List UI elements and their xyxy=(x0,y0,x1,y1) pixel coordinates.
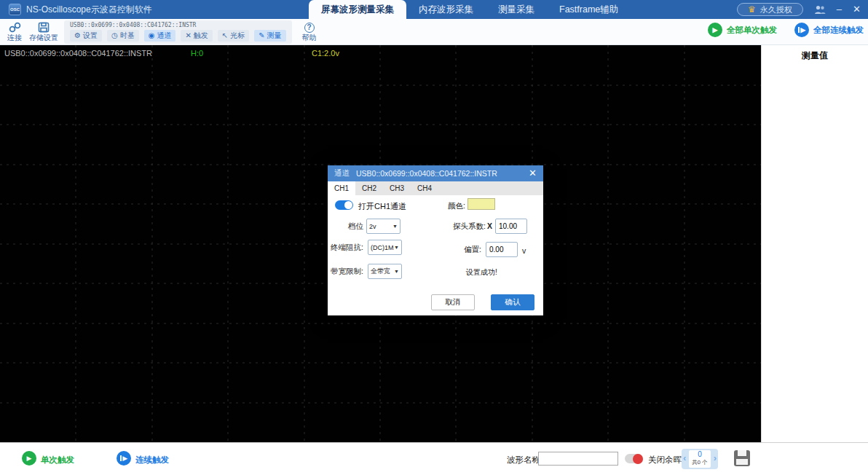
trigger-button[interactable]: ✕ 触发 xyxy=(181,30,212,42)
chevron-down-icon: ▼ xyxy=(394,269,399,274)
persistence-toggle[interactable] xyxy=(625,454,643,463)
probe-label: 探头系数: xyxy=(453,221,486,232)
probe-mult-label: X xyxy=(487,221,492,230)
channel-button[interactable]: ◉ 通道 xyxy=(144,30,176,42)
tab-screen-waveform-capture[interactable]: 屏幕波形测量采集 xyxy=(309,0,406,19)
scope-channel1-readout: C1:2.0v xyxy=(312,49,339,58)
app-logo-icon: OSC xyxy=(9,4,21,15)
chevron-down-icon: ▼ xyxy=(394,245,399,250)
all-single-trigger-button[interactable]: ▶ 全部单次触发 xyxy=(708,23,777,37)
connect-button[interactable]: 连接 xyxy=(7,21,22,42)
tab-ch1[interactable]: CH1 xyxy=(328,181,355,195)
tab-measure-capture[interactable]: 测量采集 xyxy=(486,0,547,19)
scale-dropdown[interactable]: 2v ▼ xyxy=(366,219,401,234)
confirm-button[interactable]: 确认 xyxy=(491,294,534,310)
trigger-label: 触发 xyxy=(194,31,208,41)
settings-button[interactable]: ⚙ 设置 xyxy=(70,30,102,42)
license-label: 永久授权 xyxy=(760,4,792,15)
global-trigger-actions: ▶ 全部单次触发 ▶ 全部连续触发 xyxy=(708,23,864,37)
measure-label: 测量 xyxy=(267,31,282,41)
cancel-button[interactable]: 取消 xyxy=(431,294,475,310)
measure-button[interactable]: ✎ 测量 xyxy=(254,30,285,42)
bottombar: ▶ 单次触发 ▶ 连续触发 波形名称 关闭余晖 ‹ 0 共0 个 › xyxy=(0,442,868,475)
tool-chip-row: ⚙ 设置 ◷ 时基 ◉ 通道 ✕ 触发 ↖ 光标 ✎ 测量 xyxy=(70,30,286,42)
license-button[interactable]: ♛ 永久授权 xyxy=(737,3,803,16)
help-label: 帮助 xyxy=(302,34,317,42)
offset-input[interactable] xyxy=(486,242,518,257)
clock-icon: ◷ xyxy=(111,32,118,39)
all-single-trigger-label: 全部单次触发 xyxy=(727,25,777,36)
trigger-icon: ✕ xyxy=(185,32,191,39)
all-continuous-trigger-label: 全部连续触发 xyxy=(813,25,864,36)
cursor-icon: ↖ xyxy=(222,32,228,39)
single-trigger-button[interactable]: 单次触发 xyxy=(41,455,74,466)
waveform-name-label: 波形名称 xyxy=(507,455,540,466)
dialog-body: 打开CH1通道 颜色: 档位 2v ▼ 探头系数: X 终端阻抗: (DC)1M… xyxy=(328,195,543,315)
continuous-trigger-icon[interactable]: ▶ xyxy=(117,451,131,466)
ch1-enable-label: 打开CH1通道 xyxy=(358,201,406,212)
users-icon[interactable] xyxy=(814,5,826,15)
offset-unit: v xyxy=(522,246,526,255)
save-waveform-icon[interactable] xyxy=(734,450,750,466)
chevron-down-icon: ▼ xyxy=(392,224,398,229)
color-label: 颜色: xyxy=(448,201,465,211)
scale-label: 档位 xyxy=(348,221,363,232)
gear-icon: ⚙ xyxy=(74,32,81,39)
single-trigger-icon[interactable]: ▶ xyxy=(22,451,36,466)
tab-fastframe-assist[interactable]: Fastframe辅助 xyxy=(547,0,631,19)
question-icon: ? xyxy=(304,23,315,33)
tab-memory-waveform-capture[interactable]: 内存波形采集 xyxy=(406,0,486,19)
impedance-dropdown[interactable]: (DC)1MΩ ▼ xyxy=(368,240,402,255)
status-message: 设置成功! xyxy=(466,267,497,278)
device-tool-group: USB0::0x0699::0x0408::C041762::INSTR ⚙ 设… xyxy=(64,20,292,44)
link-icon xyxy=(9,21,21,34)
pager-count: 0 xyxy=(689,450,711,459)
scope-device-address: USB0::0x0699::0x0408::C041762::INSTR xyxy=(4,49,152,58)
connect-label: 连接 xyxy=(7,34,22,42)
channel-dialog: 通道 USB0::0x0699::0x0408::C041762::INSTR … xyxy=(328,165,543,315)
pager-total: 共0 个 xyxy=(689,459,711,466)
ch1-enable-toggle-knob xyxy=(344,201,352,209)
all-continuous-trigger-button[interactable]: ▶ 全部连续触发 xyxy=(794,23,864,37)
app-title: NS-Oscilloscope示波器控制软件 xyxy=(26,0,152,19)
scope-horizontal-readout: H:0 xyxy=(191,49,203,58)
dialog-close-icon[interactable]: ✕ xyxy=(529,165,537,181)
dialog-title: 通道 xyxy=(334,168,350,178)
persistence-label: 关闭余晖 xyxy=(648,455,682,466)
ch1-enable-toggle[interactable] xyxy=(335,200,353,210)
waveform-name-input[interactable] xyxy=(538,452,618,466)
pager-prev-icon[interactable]: ‹ xyxy=(683,453,686,463)
minimize-button[interactable]: – xyxy=(837,0,842,19)
titlebar: OSC NS-Oscilloscope示波器控制软件 屏幕波形测量采集 内存波形… xyxy=(0,0,868,19)
probe-factor-input[interactable] xyxy=(495,219,527,234)
storage-settings-label: 存储设置 xyxy=(29,34,58,42)
nav-tabs: 屏幕波形测量采集 内存波形采集 测量采集 Fastframe辅助 xyxy=(309,0,631,19)
channel-icon: ◉ xyxy=(149,32,155,39)
impedance-label: 终端阻抗: xyxy=(331,243,363,253)
tab-ch4[interactable]: CH4 xyxy=(411,181,438,195)
timebase-label: 时基 xyxy=(120,31,135,41)
bandwidth-dropdown[interactable]: 全带宽 ▼ xyxy=(368,264,402,279)
close-button[interactable]: ✕ xyxy=(853,0,861,19)
device-address: USB0::0x0699::0x0408::C041762::INSTR xyxy=(70,22,286,28)
measurement-panel: 测量值 xyxy=(761,45,868,442)
pager-next-icon[interactable]: › xyxy=(714,453,717,463)
persistence-toggle-knob xyxy=(633,454,643,464)
tab-ch3[interactable]: CH3 xyxy=(383,181,411,195)
bandwidth-value: 全带宽 xyxy=(371,267,394,276)
timebase-button[interactable]: ◷ 时基 xyxy=(107,30,139,42)
continuous-trigger-button[interactable]: 连续触发 xyxy=(135,455,169,466)
bandwidth-label: 带宽限制: xyxy=(331,267,363,277)
cursor-button[interactable]: ↖ 光标 xyxy=(218,30,249,42)
storage-settings-button[interactable]: 存储设置 xyxy=(29,21,58,42)
play-icon: ▶ xyxy=(708,23,722,37)
help-button[interactable]: ? 帮助 xyxy=(302,21,317,42)
pager-readout: 0 共0 个 xyxy=(689,450,711,468)
impedance-value: (DC)1MΩ xyxy=(371,244,394,251)
dialog-channel-tabs: CH1 CH2 CH3 CH4 xyxy=(328,181,543,195)
channel-color-swatch[interactable] xyxy=(467,198,495,210)
tab-ch2[interactable]: CH2 xyxy=(355,181,383,195)
dialog-device-address: USB0::0x0699::0x0408::C041762::INSTR xyxy=(356,169,497,178)
crown-icon: ♛ xyxy=(748,5,756,14)
cursor-label: 光标 xyxy=(230,31,245,41)
